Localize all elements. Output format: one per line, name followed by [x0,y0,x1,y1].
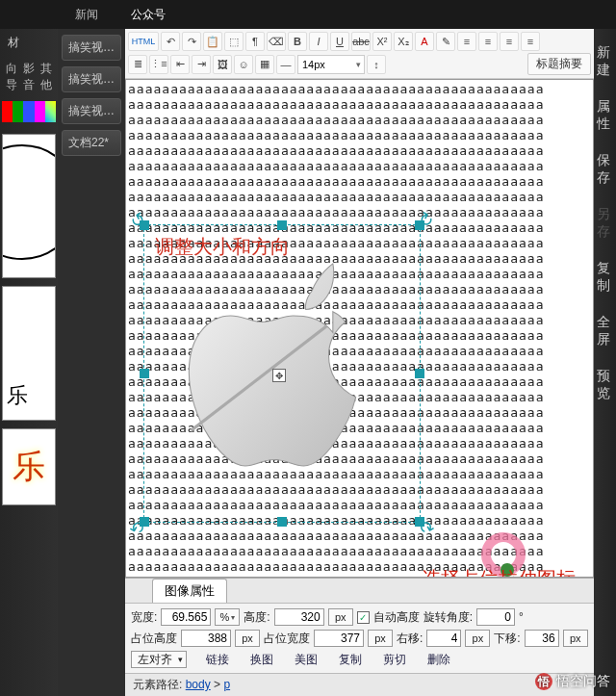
top-tab-news[interactable]: 新闻 [67,3,106,27]
bold-button[interactable]: B [288,32,307,51]
copy-action[interactable]: 复制 [339,652,362,668]
delete-action[interactable]: 删除 [427,652,450,668]
degree-icon: ° [519,610,524,624]
underline-button[interactable]: U [330,32,349,51]
editor-toolbar: HTML ↶ ↷ 📋 ⬚ ¶ ⌫ B I U abc X² X₂ A ✎ ≡ ≡… [125,29,594,79]
element-path-bar: 元素路径: body > p [125,673,594,696]
save-as-button[interactable]: 另 存 [594,196,616,250]
emoji-button[interactable]: ☺ [234,55,253,74]
annotation-resize: 调整大小和方向 [155,234,290,260]
auto-height-checkbox[interactable]: ✓ [357,611,370,624]
placeholder-width-input[interactable] [314,630,364,647]
path-p-link[interactable]: p [223,678,230,691]
align-right-button[interactable]: ≡ [500,32,519,51]
save-button[interactable]: 保 存 [594,142,616,196]
outdent-button[interactable]: ⇤ [170,55,190,74]
asset-tab-other[interactable]: 其他 [40,61,52,93]
resize-handle-tm[interactable] [277,220,287,230]
replace-image-action[interactable]: 换图 [250,652,273,668]
italic-button[interactable]: I [309,32,328,51]
document-tabs: 搞笑视… 搞笑视… 搞笑视… 文档22* [58,29,125,696]
align-justify-button[interactable]: ≡ [521,32,540,51]
properties-button[interactable]: 属 性 [594,89,616,142]
paragraph-button[interactable]: ¶ [245,32,265,51]
ph-width-unit: px [368,630,393,647]
align-left-button[interactable]: ≡ [457,32,476,51]
watermark: 悟 悟空问答 [535,673,610,690]
new-button[interactable]: 新 建 [594,35,616,89]
redo-button[interactable]: ↷ [182,32,201,51]
resize-handle-bm[interactable] [277,517,287,527]
top-tab-official[interactable]: 公众号 [123,3,173,27]
select-tool-button[interactable]: ⬚ [224,32,244,51]
editor-canvas[interactable]: aaaaaaaaaaaaaaaaaaaaaaaaaaaaaaaaaaaaaaaa… [125,79,594,578]
ordered-list-button[interactable]: ≣ [128,55,147,74]
height-label: 高度: [244,609,270,626]
width-unit-select[interactable]: % [215,608,240,626]
font-size-select[interactable]: 14px [297,55,365,74]
path-body-link[interactable]: body [186,678,211,691]
asset-thumb-1[interactable] [2,134,56,278]
line-height-button[interactable]: ↕ [367,55,386,74]
placeholder-height-label: 占位高度 [131,631,177,647]
annotation-stretch: 选择占位拉伸图标 [422,566,576,578]
hr-button[interactable]: — [276,55,295,74]
asset-thumb-2[interactable]: 乐 [2,286,56,421]
auto-height-label: 自动高度 [373,609,420,626]
height-input[interactable] [274,608,324,626]
width-label: 宽度: [131,609,157,626]
doc-tab[interactable]: 文档22* [62,130,121,156]
move-icon[interactable]: ✥ [272,369,286,382]
placeholder-width-label: 占位宽度 [264,631,310,647]
strike-button[interactable]: abc [351,32,371,51]
ph-height-unit: px [235,630,260,647]
undo-button[interactable]: ↶ [161,32,180,51]
resize-handle-ml[interactable] [140,369,149,378]
subscript-button[interactable]: X₂ [394,32,413,51]
image-properties-panel: 图像属性 宽度: % 高度: px ✓ 自动高度 旋转角度: ° 占位高度 [125,578,594,696]
table-button[interactable]: ▦ [255,55,274,74]
indent-button[interactable]: ⇥ [192,55,211,74]
font-color-button[interactable]: A [415,32,434,51]
copy-button[interactable]: 复 制 [594,250,616,304]
asset-thumb-3[interactable]: 乐 [2,428,56,505]
down-offset-input[interactable] [525,630,559,647]
right-action-bar: 新 建 属 性 保 存 另 存 复 制 全 屏 预 览 [594,29,616,696]
rotate-input[interactable] [476,608,515,626]
down-unit: px [563,630,588,647]
watermark-logo-icon: 悟 [535,673,552,690]
assets-sidebar: 材 向导 影音 其他 乐 乐 [0,29,58,696]
align-select[interactable]: 左对齐 [131,651,187,668]
doc-tab[interactable]: 搞笑视… [62,98,121,124]
asset-tab-media[interactable]: 影音 [23,61,35,93]
align-center-button[interactable]: ≡ [478,32,498,51]
rotate-label: 旋转角度: [424,609,473,626]
right-offset-label: 右移: [397,631,423,647]
color-swatches[interactable] [2,101,56,122]
link-action[interactable]: 链接 [206,652,229,668]
width-input[interactable] [161,608,211,626]
height-unit: px [328,608,353,626]
unordered-list-button[interactable]: ⋮≡ [149,55,168,74]
doc-tab[interactable]: 搞笑视… [62,35,121,61]
title-summary-button[interactable]: 标题摘要 [527,53,591,75]
html-source-button[interactable]: HTML [128,32,159,51]
image-button[interactable]: 🖼 [213,55,232,74]
image-properties-tab[interactable]: 图像属性 [152,579,227,603]
beautify-action[interactable]: 美图 [295,652,318,668]
fullscreen-button[interactable]: 全 屏 [594,304,616,358]
highlight-button[interactable]: ✎ [436,32,455,51]
down-offset-label: 下移: [494,631,520,647]
placeholder-height-input[interactable] [181,630,231,647]
right-offset-input[interactable] [426,630,461,647]
doc-tab[interactable]: 搞笑视… [62,66,121,92]
editor-panel: HTML ↶ ↷ 📋 ⬚ ¶ ⌫ B I U abc X² X₂ A ✎ ≡ ≡… [125,29,594,696]
cut-action[interactable]: 剪切 [383,652,406,668]
superscript-button[interactable]: X² [372,32,392,51]
preview-button[interactable]: 预 览 [594,358,616,412]
asset-tab-guide[interactable]: 向导 [6,61,17,93]
right-unit: px [465,630,490,647]
clear-format-button[interactable]: ⌫ [267,32,286,51]
paste-button[interactable]: 📋 [203,32,222,51]
resize-handle-mr[interactable] [415,369,424,378]
